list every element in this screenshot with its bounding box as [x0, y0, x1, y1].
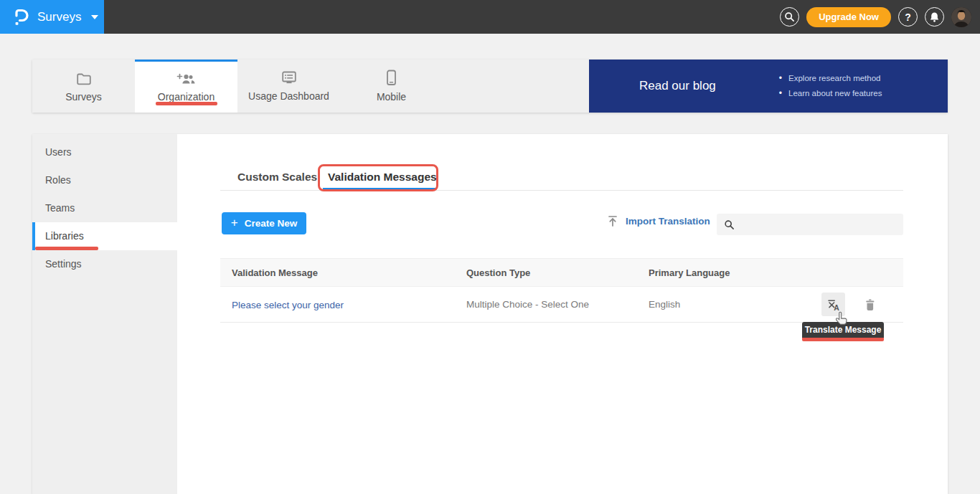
bell-icon — [929, 11, 940, 23]
banner-bullet: Learn about new features — [779, 86, 882, 101]
tab-organization[interactable]: Organization — [135, 60, 237, 113]
tab-surveys[interactable]: Surveys — [32, 60, 135, 113]
tab-mobile-label: Mobile — [377, 91, 406, 103]
search-icon — [784, 11, 795, 22]
tab-surveys-label: Surveys — [65, 91, 102, 103]
table-header-row: Validation Message Question Type Primary… — [220, 258, 903, 287]
question-type-cell: Multiple Choice - Select One — [466, 299, 649, 310]
app-switcher-label: Surveys — [37, 10, 81, 24]
questionpro-logo-icon — [13, 8, 29, 27]
header-actions: Upgrade Now ? — [780, 0, 971, 34]
top-header-bar: Surveys Upgrade Now ? — [0, 0, 980, 34]
libraries-main-panel: Custom Scales Validation Messages + Crea… — [177, 134, 948, 494]
primary-tabbar: Surveys Organization Usage Dashboar — [32, 60, 948, 113]
table-search — [717, 214, 903, 235]
upgrade-now-button[interactable]: Upgrade Now — [806, 7, 891, 27]
search-button[interactable] — [780, 7, 799, 27]
folder-icon — [75, 70, 93, 86]
translate-icon: A — [826, 298, 841, 312]
sidebar-item-teams[interactable]: Teams — [32, 194, 177, 222]
mobile-icon — [386, 70, 397, 86]
import-translation-label: Import Translation — [626, 216, 710, 227]
sidebar-item-roles[interactable]: Roles — [32, 166, 177, 194]
annotation-underline-libraries — [35, 247, 98, 250]
sidebar-item-users[interactable]: Users — [32, 138, 177, 166]
app-switcher[interactable]: Surveys — [0, 0, 104, 34]
primary-language-cell: English — [649, 299, 680, 310]
annotation-box-validation-messages — [318, 164, 438, 191]
row-actions: A — [821, 293, 903, 316]
organization-sidebar: Users Roles Teams Libraries Settings — [32, 134, 177, 494]
banner-bullet: Explore research method — [779, 71, 882, 86]
sidebar-item-settings[interactable]: Settings — [32, 250, 177, 278]
annotation-underline-tooltip — [802, 338, 884, 341]
create-new-label: Create New — [245, 218, 298, 229]
question-mark-icon: ? — [905, 11, 911, 23]
validation-message-link[interactable]: Please select your gender — [232, 300, 344, 310]
blog-promo-banner[interactable]: Read our blog Explore research method Le… — [589, 60, 948, 113]
user-avatar[interactable] — [951, 7, 971, 27]
column-primary-language: Primary Language — [649, 267, 903, 278]
monitor-list-icon — [281, 70, 298, 85]
search-input[interactable] — [740, 214, 903, 235]
create-new-button[interactable]: + Create New — [222, 212, 306, 234]
delete-button[interactable] — [858, 293, 882, 316]
trash-icon — [863, 298, 877, 312]
search-icon — [724, 219, 735, 230]
plus-icon: + — [231, 216, 238, 230]
cursor-pointer-icon — [836, 311, 848, 328]
content-card: Users Roles Teams Libraries Settings Cus… — [32, 134, 948, 494]
import-translation-link[interactable]: Import Translation — [606, 214, 710, 227]
tab-usage-dashboard-label: Usage Dashboard — [248, 90, 329, 102]
group-add-icon — [176, 72, 196, 86]
banner-bullet-list: Explore research method Learn about new … — [779, 71, 882, 101]
column-question-type: Question Type — [466, 267, 649, 278]
table-row: Please select your gender Multiple Choic… — [220, 287, 903, 323]
tab-custom-scales[interactable]: Custom Scales — [237, 171, 317, 184]
tab-organization-label: Organization — [158, 91, 215, 103]
help-button[interactable]: ? — [898, 7, 918, 27]
import-upload-icon — [606, 214, 619, 227]
tab-mobile[interactable]: Mobile — [340, 60, 443, 113]
tab-usage-dashboard[interactable]: Usage Dashboard — [237, 60, 340, 113]
column-validation-message: Validation Message — [220, 267, 466, 278]
chevron-down-icon — [91, 15, 98, 19]
annotation-underline-organization — [156, 102, 217, 105]
banner-title: Read our blog — [639, 79, 716, 93]
notifications-button[interactable] — [925, 7, 944, 27]
svg-text:A: A — [834, 303, 839, 312]
